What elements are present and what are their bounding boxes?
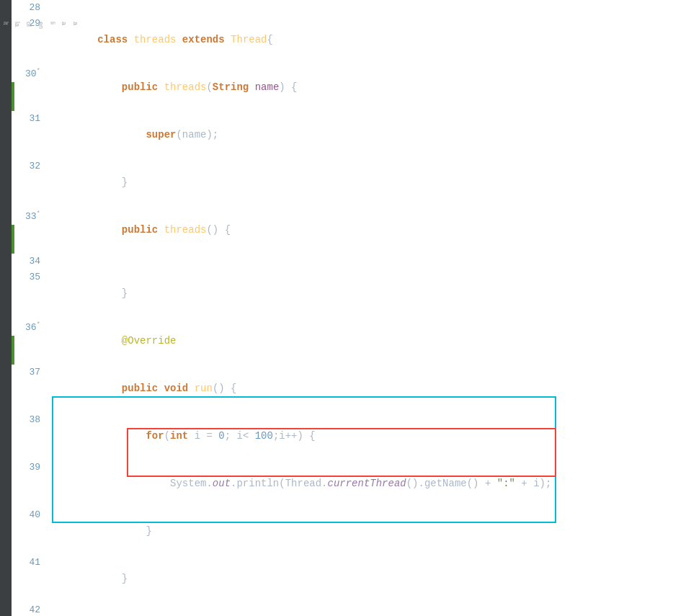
- sidebar-labels: a a li en ol la lt d e lo 2 3 te: [0, 22, 81, 37]
- table-row: 37 public void run() {: [12, 365, 691, 412]
- line-number: 32: [12, 159, 46, 174]
- table-row: 31 super(name);: [12, 111, 691, 159]
- line-number: 31: [12, 111, 46, 127]
- line-number: 41: [12, 555, 46, 571]
- table-row: 29 class threads extends Thread{: [12, 16, 691, 63]
- table-row: 39 System.out.println(Thread.currentThre…: [12, 460, 691, 507]
- line-number: 39: [12, 460, 46, 476]
- line-content: for(int i = 0; i< 100;i++) {: [46, 412, 691, 460]
- line-number: 30*: [12, 63, 46, 82]
- table-row: 35 }: [12, 269, 691, 317]
- line-content: }: [46, 159, 691, 206]
- table-row: 38 for(int i = 0; i< 100;i++) {: [12, 412, 691, 460]
- line-number: 42: [12, 602, 46, 616]
- line-content: }: [46, 555, 691, 602]
- line-content: }: [46, 602, 691, 616]
- table-row: 34: [12, 254, 691, 269]
- table-row: 30* public threads(String name) {: [12, 63, 691, 111]
- table-row: 42 }: [12, 602, 691, 616]
- line-number: 33*: [12, 206, 46, 225]
- line-number: 38: [12, 412, 46, 428]
- table-row: 41 }: [12, 555, 691, 602]
- table-row: 36* @Override: [12, 317, 691, 365]
- line-content: }: [46, 269, 691, 317]
- table-row: 28: [12, 0, 691, 16]
- line-number: 40: [12, 507, 46, 523]
- code-area: 28 29 class threads extends Thread{ 30* …: [12, 0, 691, 616]
- table-row: 33* public threads() {: [12, 206, 691, 254]
- line-content: System.out.println(Thread.currentThread(…: [46, 460, 691, 507]
- table-row: 32 }: [12, 159, 691, 206]
- line-content: class threads extends Thread{: [46, 16, 691, 63]
- line-content: public threads(String name) {: [46, 63, 691, 111]
- line-number: 35: [12, 269, 46, 285]
- code-editor: a a li en ol la lt d e lo 2 3 te 28 29: [0, 0, 691, 616]
- sidebar: a a li en ol la lt d e lo 2 3 te: [0, 0, 12, 616]
- line-content: super(name);: [46, 111, 691, 159]
- table-row: 40 }: [12, 507, 691, 555]
- line-number: 34: [12, 254, 46, 269]
- line-number: 28: [12, 0, 46, 16]
- line-number: 36*: [12, 317, 46, 336]
- line-content: public void run() {: [46, 365, 691, 412]
- line-content: @Override: [46, 317, 691, 365]
- line-number: 37: [12, 365, 46, 380]
- line-content: public threads() {: [46, 206, 691, 254]
- line-content: }: [46, 507, 691, 555]
